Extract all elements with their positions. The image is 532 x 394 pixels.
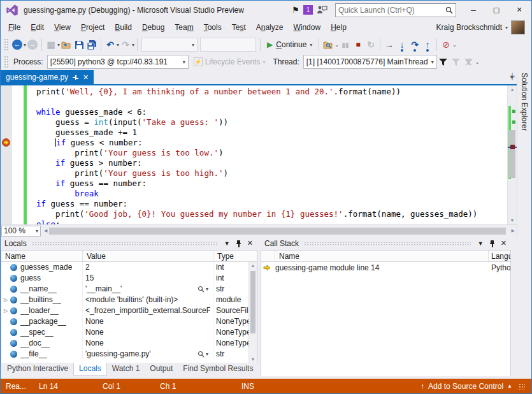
- save-all-button[interactable]: [85, 38, 98, 52]
- quick-launch-input[interactable]: [338, 6, 445, 15]
- add-to-source-control-button[interactable]: Add to Source Control: [428, 382, 503, 391]
- code-line[interactable]: print('Good job, {0}! You guessed my num…: [1, 209, 507, 219]
- toolbar-drag-grip[interactable]: [4, 38, 9, 51]
- visualizer-dropdown-icon[interactable]: ▾: [206, 284, 208, 295]
- panel-close-icon[interactable]: ✕: [499, 239, 508, 247]
- find-in-files-button[interactable]: [322, 38, 334, 52]
- tool-tab-locals[interactable]: Locals: [73, 363, 107, 376]
- callstack-frame-row[interactable]: guessing-game module line 14Python: [261, 262, 510, 274]
- signed-in-user[interactable]: Kraig Brockschmidt: [436, 23, 502, 32]
- column-header-name[interactable]: Name: [1, 251, 83, 261]
- step-into-button[interactable]: ↓: [396, 38, 408, 52]
- pin-icon[interactable]: [236, 240, 241, 247]
- locals-title-bar[interactable]: Locals ▼ ✕: [1, 237, 257, 250]
- menu-test[interactable]: Test: [227, 20, 251, 34]
- continue-button[interactable]: ▶ Continue ▾: [263, 38, 316, 52]
- menu-debug[interactable]: Debug: [137, 20, 169, 34]
- code-line[interactable]: if guess == number:: [1, 179, 507, 189]
- locals-row[interactable]: __package__NoneNoneType: [1, 316, 257, 327]
- scroll-right-icon[interactable]: ▶: [510, 228, 517, 233]
- window-menu-icon[interactable]: ▼: [222, 240, 232, 247]
- menu-build[interactable]: Build: [110, 20, 137, 34]
- text-visualizer-button[interactable]: ▾: [198, 284, 210, 295]
- window-menu-icon[interactable]: ▼: [476, 240, 485, 247]
- break-all-button[interactable]: ▮▮: [339, 38, 352, 52]
- menu-file[interactable]: File: [3, 20, 25, 34]
- menu-view[interactable]: View: [49, 20, 76, 34]
- menu-project[interactable]: Project: [76, 20, 110, 34]
- toolbar-overflow-icon[interactable]: ⌄: [475, 59, 480, 65]
- locals-scrollbar[interactable]: ▲ ▼: [248, 262, 257, 363]
- code-editor[interactable]: print('Well, {0}, I am thinking of a num…: [1, 85, 507, 224]
- notification-badge[interactable]: 1: [303, 5, 313, 15]
- menu-team[interactable]: Team: [169, 20, 198, 34]
- code-line[interactable]: print('Your guess is too high.'): [1, 168, 507, 179]
- step-over-button[interactable]: ↷: [408, 38, 421, 52]
- column-header-name[interactable]: Name: [275, 251, 489, 261]
- step-out-button[interactable]: ↑: [421, 38, 434, 52]
- expand-arrow-icon[interactable]: ▷: [1, 305, 10, 316]
- redo-dropdown-icon[interactable]: ▾: [132, 42, 134, 48]
- feedback-icon[interactable]: [317, 5, 327, 15]
- tool-tab-watch-1[interactable]: Watch 1: [107, 363, 145, 376]
- menu-analyze[interactable]: Analyze: [251, 20, 289, 34]
- locals-row[interactable]: __spec__NoneNoneType: [1, 327, 257, 338]
- stop-debugging-button[interactable]: ■: [352, 38, 364, 52]
- scroll-down-icon[interactable]: ▼: [508, 218, 517, 223]
- notifications-flag-icon[interactable]: ⚑: [292, 5, 299, 15]
- menu-tools[interactable]: Tools: [199, 20, 227, 34]
- code-line[interactable]: if guess < number:: [1, 138, 507, 148]
- navigate-forward-button[interactable]: →: [26, 38, 39, 52]
- locals-row[interactable]: ▷__builtins__<module 'builtins' (built-i…: [1, 295, 257, 305]
- toolbar-drag-grip[interactable]: [4, 55, 9, 68]
- continue-dropdown-icon[interactable]: ▾: [310, 42, 312, 48]
- scrollbar-thumb[interactable]: [509, 130, 515, 178]
- scroll-down-icon[interactable]: ▼: [249, 357, 257, 361]
- document-tab-guessing-game[interactable]: guessing-game.py ✕: [1, 70, 94, 84]
- restart-button[interactable]: ↻: [364, 38, 377, 52]
- navigate-back-button[interactable]: ←: [11, 38, 24, 52]
- locals-row[interactable]: __name__'__main__'▾str: [1, 284, 257, 295]
- current-statement-marker-icon[interactable]: [2, 138, 10, 147]
- undo-button[interactable]: ↶: [104, 38, 117, 52]
- locals-row[interactable]: __doc__NoneNoneType: [1, 338, 257, 349]
- tool-tab-output[interactable]: Output: [145, 363, 178, 376]
- resize-grip[interactable]: [519, 383, 525, 390]
- save-button[interactable]: [73, 38, 85, 52]
- pin-icon[interactable]: [73, 74, 78, 81]
- zoom-combo[interactable]: 100 % ▾: [1, 226, 41, 237]
- code-line[interactable]: [1, 97, 507, 107]
- code-line[interactable]: if guess == number:: [1, 199, 507, 209]
- show-next-statement-button[interactable]: →: [383, 38, 396, 52]
- user-avatar[interactable]: [511, 20, 525, 34]
- thread-combo[interactable]: [1] [140017000875776] MainThread ▾: [303, 55, 437, 69]
- code-line[interactable]: guess = int(input('Take a guess: ')): [1, 117, 507, 128]
- code-line[interactable]: while guesses_made < 6:: [1, 107, 507, 117]
- toolbar-overflow-icon[interactable]: ⌄: [334, 42, 339, 48]
- code-line[interactable]: print('Well, {0}, I am thinking of a num…: [1, 87, 507, 97]
- splitter-handle-icon[interactable]: ╪: [508, 73, 517, 80]
- visualizer-dropdown-icon[interactable]: ▾: [206, 349, 208, 360]
- disable-breakpoints-button[interactable]: ⊘: [440, 38, 452, 52]
- panel-close-icon[interactable]: ✕: [245, 239, 255, 247]
- hscrollbar-thumb[interactable]: [49, 228, 505, 235]
- column-header-language[interactable]: Language: [489, 251, 510, 261]
- locals-row[interactable]: guess15int: [1, 273, 257, 284]
- process-combo[interactable]: [25590] python3 @ tcp://40.83.191 ▾: [47, 55, 189, 69]
- code-line[interactable]: guesses_made += 1: [1, 128, 507, 138]
- locals-row[interactable]: __file__'guessing-game.py'▾str: [1, 349, 257, 360]
- scroll-up-icon[interactable]: ▲: [508, 87, 517, 92]
- tool-tab-python-interactive[interactable]: Python Interactive: [2, 363, 73, 376]
- scroll-up-icon[interactable]: ▲: [249, 263, 257, 268]
- code-line[interactable]: print('Your guess is too low.'): [1, 148, 507, 158]
- open-file-button[interactable]: [60, 38, 73, 52]
- filter-threads-button[interactable]: [437, 55, 450, 69]
- toolbar-overflow-icon[interactable]: ⌄: [452, 42, 457, 48]
- solution-explorer-autohide-tab[interactable]: Solution Explorer: [517, 70, 531, 237]
- text-visualizer-button[interactable]: ▾: [198, 349, 210, 360]
- menu-window[interactable]: Window: [288, 20, 326, 34]
- scroll-left-icon[interactable]: ◀: [42, 228, 49, 233]
- tool-tab-find-symbol-results[interactable]: Find Symbol Results: [178, 363, 258, 376]
- new-project-button[interactable]: ▦: [45, 38, 57, 52]
- expand-arrow-icon[interactable]: ▷: [1, 295, 10, 305]
